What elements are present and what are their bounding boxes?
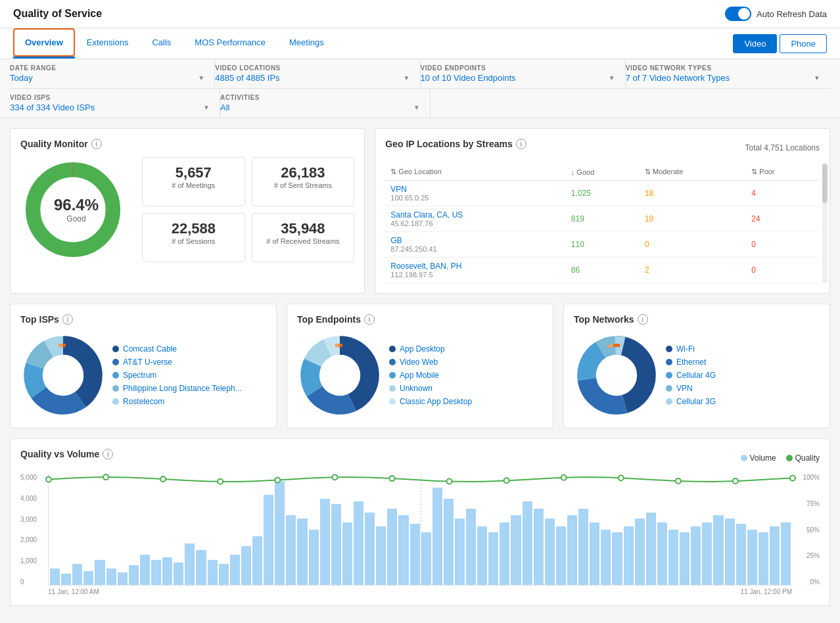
legend-vpn[interactable]: VPN [666,384,716,393]
filter-isps[interactable]: VIDEO ISPS 334 of 334 Video ISPs ▼ [10,89,220,118]
quality-dot [332,474,337,480]
top-endpoints-section: Top Endpoints i [287,304,553,428]
quality-dot [618,475,624,480]
legend-ethernet[interactable]: Ethernet [666,358,716,367]
legend-cellular-3g[interactable]: Cellular 3G [666,397,716,406]
filter-activities-value: All ▼ [220,103,420,112]
phone-view-button[interactable]: Phone [780,34,827,53]
quality-monitor-inner: 96.4% Good 5,657 # of Meetings 26,183 # … [20,157,354,262]
quality-dot [46,477,51,482]
tab-calls[interactable]: Calls [140,28,183,58]
stat-meetings-label: # of Meetings [152,181,235,189]
geo-ip: 45.62.187.76 [390,219,561,227]
filter-networktypes[interactable]: VIDEO NETWORK TYPES 7 of 7 Video Network… [626,59,830,88]
legend-comcast[interactable]: Comcast Cable [112,344,242,354]
tab-extensions[interactable]: Extensions [75,28,141,58]
geo-ip: 87.245.250.41 [390,245,561,253]
col-geolocation[interactable]: ⇅ Geo Location [385,164,566,181]
auto-refresh-toggle[interactable] [725,7,751,21]
legend-dot [389,372,396,379]
legend-video-web[interactable]: Video Web [389,358,472,367]
legend-spectrum[interactable]: Spectrum [112,371,242,380]
stat-sessions: 22,588 # of Sessions [142,213,245,262]
isps-info-icon[interactable]: i [62,314,73,325]
geo-moderate: 0 [640,232,746,258]
geo-poor: 0 [746,258,820,283]
table-row[interactable]: VPN 100.65.0.25 1,025 18 4 [385,181,820,206]
qvv-info-icon[interactable]: i [103,449,113,459]
networks-info-icon[interactable]: i [638,314,648,325]
col-moderate[interactable]: ⇅ Moderate [640,164,746,181]
geo-info-icon[interactable]: i [516,139,526,149]
auto-refresh-label: Auto Refresh Data [757,9,827,19]
col-poor[interactable]: ⇅ Poor [746,164,820,181]
filter-locations-value: 4885 of 4885 IPs ▼ [215,73,409,83]
legend-app-mobile[interactable]: App Mobile [389,371,472,380]
chevron-down-icon: ▼ [198,74,204,81]
geo-ip: 100.65.0.25 [390,194,561,202]
legend-unknown[interactable]: Unknown [389,384,472,393]
app-header: Quality of Service Auto Refresh Data [0,0,840,28]
filter-locations[interactable]: VIDEO LOCATIONS 4885 of 4885 IPs ▼ [215,59,420,88]
filter-daterange[interactable]: DATE RANGE Today ▼ [10,59,215,88]
geo-table: ⇅ Geo Location ↓ Good ⇅ Moderate ⇅ Poor … [385,164,820,283]
geo-location-name: Santa Clara, CA, US [390,210,561,219]
top-charts-row: Top ISPs i [10,304,830,428]
legend-dot [389,398,396,405]
legend-classic-desktop[interactable]: Classic App Desktop [389,397,472,406]
view-buttons: Video Phone [733,34,827,53]
quality-monitor-info-icon[interactable]: i [91,139,102,149]
legend-dot [389,385,396,392]
table-row[interactable]: Roosevelt, BAN, PH 112.198.97.5 86 2 0 [385,258,820,283]
filter-locations-label: VIDEO LOCATIONS [215,64,409,72]
quality-donut-chart: 96.4% Good [20,157,132,262]
quality-dot [561,475,567,480]
col-good[interactable]: ↓ Good [566,164,640,181]
tab-overview[interactable]: Overview [13,28,75,58]
top-networks-section: Top Networks i [563,304,830,428]
legend-dot [666,346,672,352]
chevron-down-icon: ▼ [814,74,820,81]
geo-poor: 0 [746,232,820,258]
geo-good: 110 [566,232,640,258]
legend-dot [112,372,119,379]
tab-meetings[interactable]: Meetings [277,28,336,58]
isps-chart-inner: Comcast Cable AT&T U-verse Spectrum Phil… [20,333,266,418]
legend-rostelecom[interactable]: Rostelecom [112,397,242,406]
legend-att[interactable]: AT&T U-verse [112,358,242,367]
quality-dot [275,477,280,482]
tab-mos[interactable]: MOS Performance [183,28,277,58]
legend-pldt[interactable]: Philippine Long Distance Teleph... [112,384,242,393]
stat-sessions-value: 22,588 [152,220,235,237]
geo-table-section: Geo IP Locations by Streams i Total 4,75… [375,128,830,294]
nav-bar: Overview Extensions Calls MOS Performanc… [0,28,840,59]
quality-dot [218,479,223,484]
endpoints-chart-inner: App Desktop Video Web App Mobile Unknown [297,333,543,418]
video-view-button[interactable]: Video [733,34,777,53]
legend-cellular-4g[interactable]: Cellular 4G [666,371,716,380]
endpoints-donut [297,333,383,418]
table-row[interactable]: GB 87.245.250.41 110 0 0 [385,232,820,258]
quality-dot [103,474,108,480]
main-content: Quality Monitor i 96.4% Good [0,118,840,616]
endpoints-legend: App Desktop Video Web App Mobile Unknown [389,344,472,406]
isps-donut [20,333,106,418]
endpoints-info-icon[interactable]: i [364,314,375,325]
table-row[interactable]: Santa Clara, CA, US 45.62.187.76 819 19 … [385,206,820,232]
legend-dot [112,385,119,392]
stat-meetings-value: 5,657 [152,164,235,181]
filter-activities[interactable]: ACTIVITIES All ▼ [220,89,431,118]
legend-app-desktop[interactable]: App Desktop [389,344,472,354]
geo-good: 819 [566,206,640,232]
toggle-knob [738,8,750,20]
chart-time-labels: 11 Jan, 12:00 AM 11 Jan, 12:00 PM [48,588,792,595]
table-scrollbar[interactable] [822,164,828,283]
qvv-header: Quality vs Volume i Volume Quality [20,449,820,467]
networks-donut [574,333,659,418]
legend-wifi[interactable]: Wi-Fi [666,344,716,354]
scrollbar-thumb [822,164,828,203]
geo-table-header: Geo IP Locations by Streams i Total 4,75… [385,139,820,157]
auto-refresh-control[interactable]: Auto Refresh Data [725,7,827,21]
filter-endpoints[interactable]: VIDEO ENDPOINTS 10 of 10 Video Endpoints… [421,59,626,88]
chevron-down-icon: ▼ [413,104,420,111]
